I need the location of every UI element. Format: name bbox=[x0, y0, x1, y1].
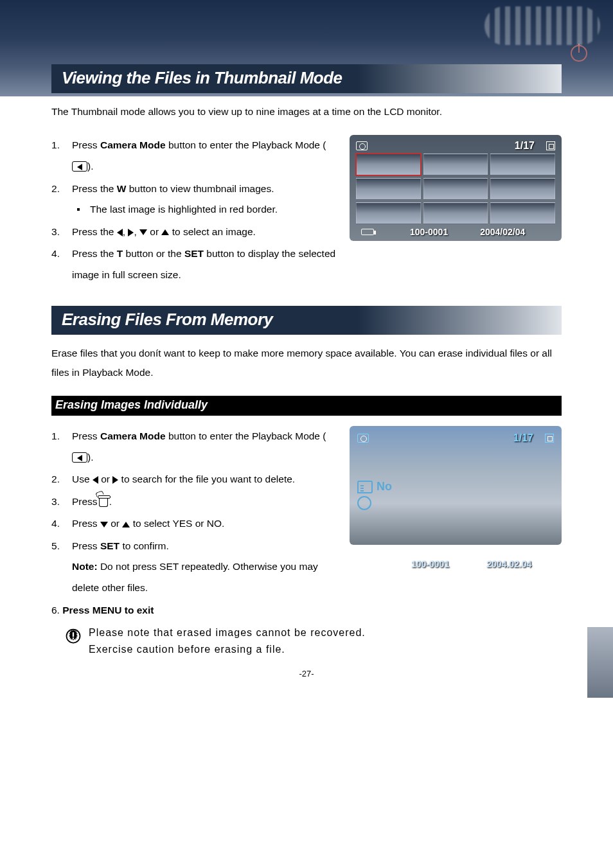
subheading-erase-individual: Erasing Images Individually bbox=[51, 396, 562, 416]
text: Press the bbox=[72, 226, 117, 237]
w-button-label: W bbox=[117, 183, 127, 194]
step-3: Press. bbox=[64, 492, 337, 513]
thumbnail-grid bbox=[356, 154, 555, 224]
text: to search for the file you want to delet… bbox=[118, 474, 295, 484]
svg-rect-1 bbox=[73, 632, 74, 637]
warning-line-1: Please note that erased images cannot be… bbox=[89, 624, 366, 641]
warning-icon bbox=[64, 627, 82, 645]
t-button-label: T bbox=[117, 248, 123, 259]
lcd-counter: 1/17 bbox=[515, 140, 535, 152]
step-5: Press SET to confirm. Note: Do not press… bbox=[64, 536, 337, 599]
down-arrow-icon bbox=[100, 522, 108, 527]
text: to confirm. bbox=[120, 540, 169, 551]
text: or bbox=[108, 518, 122, 529]
lcd-thumbnail-screen: 1/17 100-0001 2004/02/0 bbox=[350, 135, 562, 241]
delete-no-label: No bbox=[377, 480, 392, 493]
down-arrow-icon bbox=[139, 229, 147, 235]
text: ). bbox=[87, 452, 93, 463]
thumbnail-cell bbox=[423, 154, 488, 175]
step-6: Press MENU to exit bbox=[62, 605, 154, 616]
playback-icon bbox=[72, 452, 87, 463]
lcd-delete-screen: 1/17 No 100-0001 2004.02.04 bbox=[350, 426, 562, 545]
set-button-label: SET bbox=[184, 248, 204, 259]
text: to select YES or NO. bbox=[130, 518, 224, 529]
thumbnail-cell bbox=[356, 178, 421, 200]
text: Press bbox=[72, 139, 100, 150]
lcd-counter: 1/17 bbox=[513, 432, 533, 444]
thumbnail-cell bbox=[490, 202, 555, 224]
up-arrow-icon bbox=[161, 229, 169, 235]
battery-icon bbox=[362, 561, 375, 567]
svg-rect-2 bbox=[73, 637, 74, 639]
step-1: Press Camera Mode button to enter the Pl… bbox=[64, 135, 337, 177]
card-icon bbox=[357, 481, 373, 493]
lcd-date: 2004/02/04 bbox=[480, 227, 525, 237]
note-text: Do not press SET repeatedly. Otherwise y… bbox=[72, 561, 318, 593]
page-body: Viewing the Files in Thumbnail Mode The … bbox=[0, 51, 613, 698]
thumbnail-cell bbox=[356, 202, 421, 224]
thumbnail-cell bbox=[423, 202, 488, 224]
text: or bbox=[98, 474, 112, 484]
step-2: Use or to search for the file you want t… bbox=[64, 469, 337, 490]
thumbnail-cell bbox=[490, 154, 555, 175]
step-2: Press the W button to view thumbnail ima… bbox=[64, 179, 337, 220]
text: button to enter the Playback Mode ( bbox=[166, 430, 326, 441]
section-title-erasing: Erasing Files From Memory bbox=[51, 306, 562, 335]
text: or bbox=[147, 226, 161, 237]
step-4: Press the T button or the SET button to … bbox=[64, 244, 337, 285]
trash-icon bbox=[99, 498, 108, 507]
camera-mode-label: Camera Mode bbox=[100, 139, 166, 150]
step-2-sub: The last image is highlighted in red bor… bbox=[80, 199, 337, 220]
playback-icon bbox=[72, 161, 87, 172]
text: Press the bbox=[72, 183, 117, 194]
focus-icon bbox=[545, 434, 554, 443]
text: button or the bbox=[123, 248, 184, 259]
text: , bbox=[123, 226, 129, 237]
set-button-label: SET bbox=[100, 540, 120, 551]
thumbnail-cell-selected bbox=[356, 154, 421, 175]
page-edge-shade bbox=[587, 627, 613, 698]
section2-intro: Erase files that you donít want to keep … bbox=[51, 344, 562, 382]
text: Press bbox=[72, 540, 100, 551]
right-arrow-icon bbox=[112, 476, 118, 484]
camera-icon bbox=[356, 141, 368, 150]
up-arrow-icon bbox=[122, 522, 130, 527]
camera-icon bbox=[357, 434, 369, 443]
section1-steps: Press Camera Mode button to enter the Pl… bbox=[51, 135, 337, 285]
text: button to enter the Playback Mode ( bbox=[166, 139, 326, 150]
note-label: Note: bbox=[72, 561, 98, 572]
section1-intro: The Thumbnail mode allows you to view up… bbox=[51, 102, 562, 121]
step-4: Press or to select YES or NO. bbox=[64, 513, 337, 535]
warning-line-2: Exercise caution before erasing a file. bbox=[89, 641, 366, 658]
step-3: Press the , , or to select an image. bbox=[64, 222, 337, 243]
left-arrow-icon bbox=[117, 229, 123, 236]
text: Press the bbox=[72, 248, 117, 259]
step-1: Press Camera Mode button to enter the Pl… bbox=[64, 426, 337, 468]
thumbnail-cell bbox=[423, 178, 488, 200]
lcd-file-number: 100-0001 bbox=[410, 227, 448, 237]
camera-mode-label: Camera Mode bbox=[100, 430, 166, 441]
warning-note: Please note that erased images cannot be… bbox=[51, 624, 562, 657]
text: Press bbox=[72, 430, 100, 441]
lcd-date: 2004.02.04 bbox=[486, 559, 531, 569]
page-number: -27- bbox=[51, 669, 562, 678]
text: ). bbox=[87, 161, 93, 172]
battery-icon bbox=[361, 229, 374, 235]
section-title-thumbnail: Viewing the Files in Thumbnail Mode bbox=[51, 64, 562, 93]
focus-icon bbox=[546, 141, 555, 150]
text: Use bbox=[72, 474, 93, 484]
lcd-file-number: 100-0001 bbox=[411, 559, 449, 569]
text: to select an image. bbox=[169, 226, 255, 237]
timer-icon bbox=[357, 496, 371, 510]
text: Press bbox=[72, 496, 98, 507]
text: Press bbox=[72, 518, 100, 529]
text: , bbox=[134, 226, 139, 237]
text: button to view thumbnail images. bbox=[126, 183, 274, 194]
thumbnail-cell bbox=[490, 178, 555, 200]
left-arrow-icon bbox=[93, 476, 98, 484]
section2-steps: Press Camera Mode button to enter the Pl… bbox=[51, 426, 337, 598]
